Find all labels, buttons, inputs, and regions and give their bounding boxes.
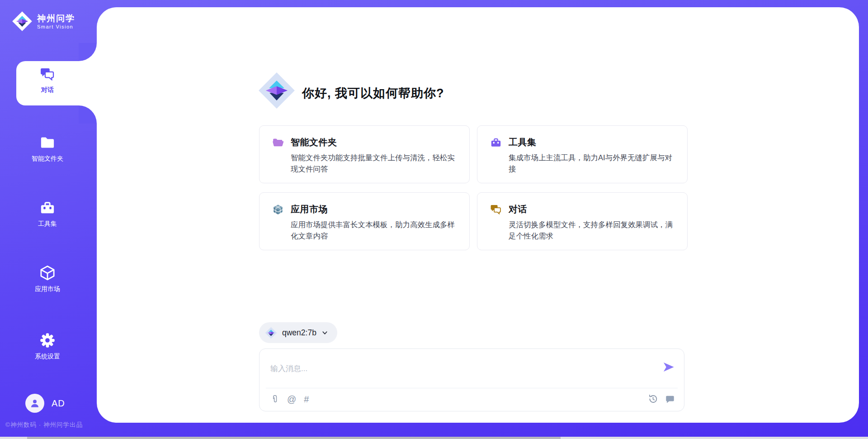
model-name: qwen2:7b: [282, 328, 316, 338]
attach-file-icon[interactable]: [270, 394, 279, 405]
message-composer: @ #: [259, 348, 684, 411]
card-description: 灵活切换多模型文件，支持多样回复效果调试，满足个性化需求: [509, 219, 675, 242]
brand-diamond-icon: [12, 11, 33, 32]
sidebar-item-smart-folder[interactable]: 智能文件夹: [9, 134, 86, 163]
sidebar-item-label: 工具集: [38, 220, 57, 228]
greeting-title: 你好, 我可以如何帮助你?: [302, 85, 444, 101]
toolbox-icon: [490, 137, 502, 148]
model-selector[interactable]: qwen2:7b: [259, 322, 337, 343]
scrollbar-thumb[interactable]: [27, 437, 561, 439]
gear-icon: [39, 332, 56, 348]
user-account[interactable]: AD: [25, 394, 65, 413]
toolbox-icon: [39, 200, 56, 216]
model-diamond-icon: [265, 327, 277, 339]
card-description: 应用市场提供丰富长文本模板，助力高效生成多样化文章内容: [291, 219, 457, 242]
sidebar-item-label: 系统设置: [35, 353, 60, 361]
card-title: 应用市场: [291, 203, 328, 215]
horizontal-scrollbar[interactable]: [0, 437, 868, 439]
card-description: 智能文件夹功能支持批量文件上传与清洗，轻松实现文件问答: [291, 152, 457, 175]
nav-fillet-top: [79, 43, 97, 61]
card-title: 智能文件夹: [291, 136, 337, 148]
chat-bubbles-icon: [490, 204, 502, 215]
chevron-down-icon: [321, 329, 328, 336]
sidebar-item-label: 应用市场: [35, 285, 60, 293]
brand-subtitle: Smart Vision: [37, 24, 75, 29]
chat-bubbles-icon: [40, 67, 55, 82]
card-app-market[interactable]: 应用市场 应用市场提供丰富长文本模板，助力高效生成多样化文章内容: [259, 192, 470, 250]
copyright-text: ©神州数码 · 神州问学出品: [5, 421, 83, 429]
sidebar-item-label: 对话: [41, 86, 54, 94]
sidebar-item-chat[interactable]: 对话: [9, 67, 86, 94]
user-initials: AD: [52, 398, 65, 409]
avatar: [25, 394, 44, 413]
cube-icon: [39, 265, 56, 281]
sidebar-item-app-market[interactable]: 应用市场: [9, 265, 86, 293]
card-title: 工具集: [509, 136, 537, 148]
sidebar-item-toolset[interactable]: 工具集: [9, 200, 86, 228]
card-description: 集成市场上主流工具，助力AI与外界无缝扩展与对接: [509, 152, 675, 175]
card-chat[interactable]: 对话 灵活切换多模型文件，支持多样回复效果调试，满足个性化需求: [477, 192, 688, 250]
folder-open-icon: [272, 137, 284, 148]
mention-icon[interactable]: @: [287, 395, 296, 404]
greeting-diamond-icon: [258, 72, 296, 110]
sidebar-item-settings[interactable]: 系统设置: [9, 332, 86, 361]
sidebar-item-label: 智能文件夹: [32, 155, 63, 163]
history-icon[interactable]: [648, 394, 658, 404]
card-toolset[interactable]: 工具集 集成市场上主流工具，助力AI与外界无缝扩展与对接: [477, 125, 688, 183]
card-smart-folder[interactable]: 智能文件夹 智能文件夹功能支持批量文件上传与清洗，轻松实现文件问答: [259, 125, 470, 183]
nav-fillet-bottom: [79, 105, 97, 124]
card-title: 对话: [509, 203, 527, 215]
cube-grid-icon: [272, 204, 284, 215]
brand-name: 神州问学: [37, 13, 75, 24]
message-input[interactable]: [270, 355, 650, 382]
chat-bubble-icon[interactable]: [665, 394, 675, 404]
send-button[interactable]: [662, 361, 675, 373]
folder-icon: [39, 134, 56, 151]
app-logo: 神州问学 Smart Vision: [12, 11, 75, 32]
composer-divider: [266, 388, 678, 388]
hashtag-icon[interactable]: #: [304, 395, 309, 404]
